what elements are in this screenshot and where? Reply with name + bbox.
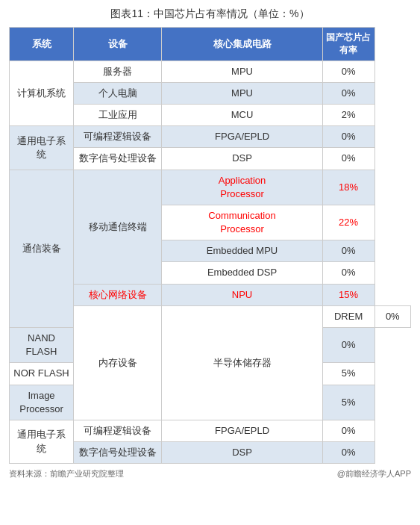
cell-core: FPGA/EPLD	[162, 126, 322, 148]
cell-system: 通信装备	[10, 170, 74, 328]
cell-core: NOR FLASH	[10, 363, 74, 385]
cell-core: NAND FLASH	[10, 328, 74, 363]
cell-device: 半导体储存器	[162, 305, 322, 420]
cell-device: 数字信号处理设备	[74, 148, 162, 170]
cell-core: NPU	[162, 284, 322, 305]
cell-system: 计算机系统	[10, 60, 74, 126]
cell-rate: 5%	[322, 363, 374, 385]
cell-rate: 0%	[374, 305, 410, 327]
cell-rate: 0%	[322, 82, 374, 104]
cell-rate: 0%	[322, 148, 374, 170]
cell-device: 数字信号处理设备	[74, 442, 162, 464]
header-core: 核心集成电路	[162, 28, 322, 61]
cell-device: 核心网络设备	[74, 284, 162, 305]
cell-rate: 0%	[322, 240, 374, 262]
cell-device: 移动通信终端	[74, 170, 162, 284]
cell-device: 服务器	[74, 60, 162, 82]
cell-core: MCU	[162, 104, 322, 125]
cell-rate: 18%	[322, 170, 374, 205]
footer-brand: @前瞻经济学人APP	[337, 468, 411, 479]
cell-device: 可编程逻辑设备	[74, 420, 162, 441]
footer-source: 资料来源：前瞻产业研究院整理	[9, 468, 124, 479]
cell-rate: 0%	[322, 328, 374, 363]
header-system: 系统	[10, 28, 74, 61]
footer: 资料来源：前瞻产业研究院整理 @前瞻经济学人APP	[9, 468, 411, 479]
cell-core: FPGA/EPLD	[162, 420, 322, 441]
cell-core: DSP	[162, 442, 322, 464]
cell-core: DSP	[162, 148, 322, 170]
cell-device: 可编程逻辑设备	[74, 126, 162, 148]
cell-core: Image Processor	[10, 385, 74, 420]
table-header: 系统 设备 核心集成电路 国产芯片占有率	[10, 28, 411, 61]
table-body: 计算机系统服务器MPU0%个人电脑MPU0%工业应用MCU2%通用电子系统可编程…	[10, 60, 411, 464]
cell-rate: 0%	[322, 262, 374, 284]
main-table: 系统 设备 核心集成电路 国产芯片占有率 计算机系统服务器MPU0%个人电脑MP…	[9, 27, 411, 464]
cell-core: CommunicationProcessor	[162, 205, 322, 240]
cell-system: 通用电子系统	[10, 126, 74, 170]
cell-rate: 0%	[322, 60, 374, 82]
header-rate: 国产芯片占有率	[322, 28, 374, 61]
cell-system: 内存设备	[74, 305, 162, 420]
cell-device: 工业应用	[74, 104, 162, 125]
cell-core: MPU	[162, 82, 322, 104]
cell-rate: 5%	[322, 385, 374, 420]
cell-core: MPU	[162, 60, 322, 82]
cell-rate: 0%	[322, 126, 374, 148]
cell-rate: 2%	[322, 104, 374, 125]
cell-core: ApplicationProcessor	[162, 170, 322, 205]
chart-title: 图表11：中国芯片占有率情况（单位：%）	[9, 7, 411, 21]
cell-core: Embedded DSP	[162, 262, 322, 284]
cell-rate: 0%	[322, 420, 374, 441]
cell-rate: 22%	[322, 205, 374, 240]
cell-system: 通用电子系统	[10, 420, 74, 463]
cell-rate: 0%	[322, 442, 374, 464]
cell-core: DREM	[322, 305, 374, 327]
cell-rate: 15%	[322, 284, 374, 305]
header-device: 设备	[74, 28, 162, 61]
cell-core: Embedded MPU	[162, 240, 322, 262]
cell-device: 个人电脑	[74, 82, 162, 104]
